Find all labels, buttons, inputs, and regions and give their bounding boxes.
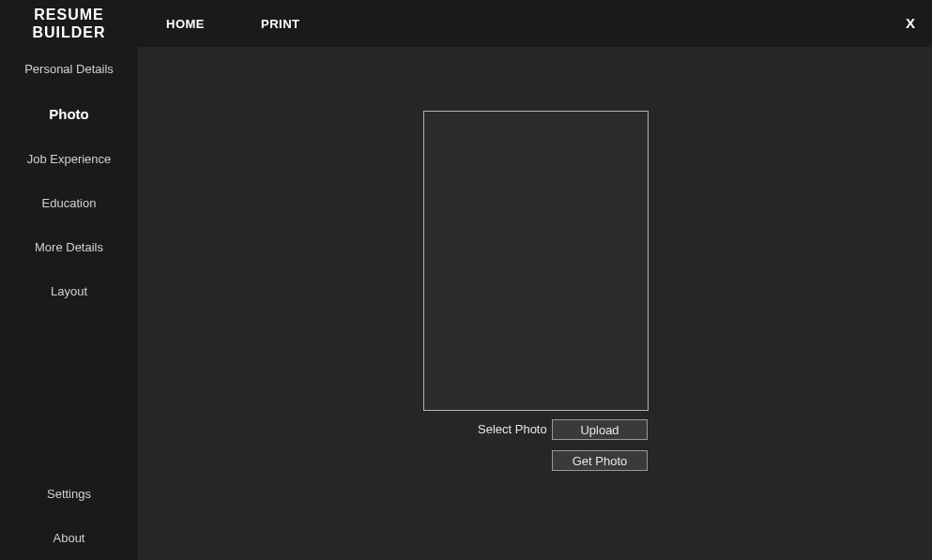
nav-home[interactable]: HOME	[166, 17, 205, 31]
app-logo: RESUME BUILDER	[0, 6, 138, 41]
get-photo-button[interactable]: Get Photo	[552, 450, 648, 471]
sidebar-item-more-details[interactable]: More Details	[0, 225, 138, 269]
photo-preview	[423, 111, 649, 411]
upload-button[interactable]: Upload	[552, 419, 648, 440]
close-button[interactable]: X	[906, 15, 915, 31]
top-nav: HOME PRINT	[166, 17, 300, 31]
sidebar-item-personal-details[interactable]: Personal Details	[0, 47, 138, 91]
sidebar-spacer	[0, 313, 138, 472]
app-title-line1: RESUME	[0, 6, 138, 23]
sidebar-item-job-experience[interactable]: Job Experience	[0, 137, 138, 181]
sidebar-item-education[interactable]: Education	[0, 181, 138, 225]
sidebar-item-photo[interactable]: Photo	[0, 91, 138, 137]
sidebar: Personal Details Photo Job Experience Ed…	[0, 47, 138, 560]
select-photo-label: Select Photo	[478, 422, 547, 436]
sidebar-item-layout[interactable]: Layout	[0, 269, 138, 313]
main-content: Select Photo Upload Get Photo	[138, 47, 932, 560]
header: RESUME BUILDER HOME PRINT X	[0, 0, 932, 47]
sidebar-item-settings[interactable]: Settings	[0, 472, 138, 516]
sidebar-item-about[interactable]: About	[0, 516, 138, 560]
nav-print[interactable]: PRINT	[261, 17, 300, 31]
app-title-line2: BUILDER	[0, 23, 138, 41]
